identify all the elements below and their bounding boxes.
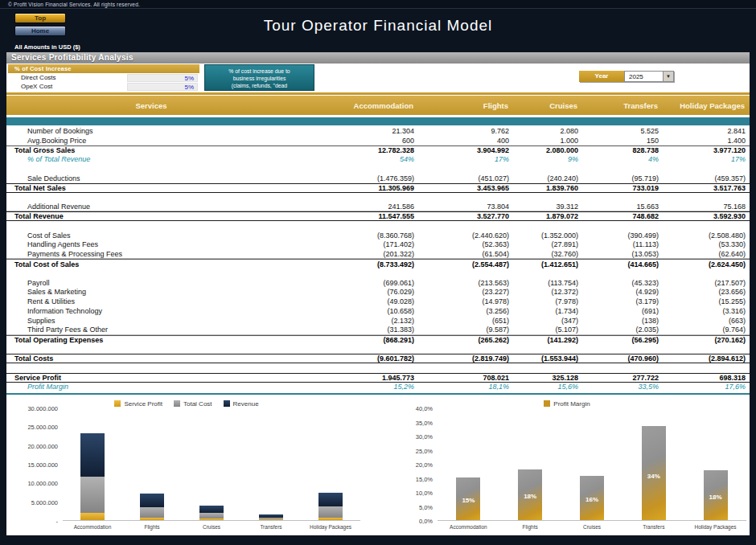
x-axis: AccommodationFlightsCruisesTransfersHoli… (438, 522, 746, 532)
legend-item: Service Profit (114, 400, 162, 408)
row-value: (868.291) (296, 336, 418, 344)
row-value: (451.027) (418, 174, 513, 182)
page-title: Tour Operator Financial Model (0, 17, 756, 35)
row-value: (3.316) (663, 307, 750, 315)
direct-costs-input[interactable]: 5% (127, 74, 198, 82)
row-value: 11.547.555 (296, 212, 418, 220)
row-value: 2.080 (513, 127, 582, 135)
row-value: 3.904.992 (418, 146, 513, 154)
row-label: Payroll (6, 279, 296, 287)
column-header-holiday-packages: Holiday Packages (663, 101, 750, 110)
y-axis-tick: 30,0% (416, 433, 433, 441)
row-value: 73.804 (418, 203, 513, 211)
row-value: (76.029) (296, 288, 418, 296)
legend-swatch (544, 400, 550, 407)
row-value: 5.525 (582, 127, 663, 135)
x-axis-label: Accommodation (438, 522, 499, 532)
chevron-down-icon[interactable]: ▼ (663, 72, 673, 81)
x-axis-label: Flights (122, 522, 182, 532)
table-row: Profit Margin15,2%18,1%15,6%33,5%17,6% (6, 383, 750, 392)
row-value: 12.782.328 (296, 146, 418, 154)
year-select[interactable]: 2025 ▼ (624, 71, 674, 82)
row-value: (390.499) (582, 232, 663, 240)
bar-segment (259, 519, 283, 520)
row-value: (31.383) (296, 326, 418, 334)
row-value: (1.553.944) (513, 354, 582, 363)
stacked-bar (140, 494, 164, 520)
teal-separator-band (6, 117, 750, 125)
row-label: Total Revenue (6, 212, 296, 220)
table-row (6, 164, 750, 174)
row-value: (699.061) (296, 279, 418, 287)
row-value: 1.000 (513, 137, 582, 145)
row-value: (15.255) (663, 297, 750, 305)
table-row: Payroll(699.061)(213.563)(113.754)(45.32… (6, 278, 750, 288)
bar-segment (80, 433, 105, 477)
cost-row-label: OpeX Cost (8, 83, 127, 90)
y-axis-tick: 5,0% (419, 504, 433, 511)
stacked-bar (199, 506, 224, 520)
row-label: Total Gross Sales (6, 146, 296, 154)
table-row (6, 344, 750, 354)
chart-plot-area: 40,0%35,0%30,0%25,0%20,0%15,0%10,0%5,0%0… (388, 408, 746, 522)
table-row: Total Gross Sales12.782.3283.904.9922.08… (6, 145, 750, 155)
bar-data-label: 18% (518, 493, 542, 500)
column-header-transfers: Transfers (582, 101, 663, 110)
plot: 15%18%16%34%18% (438, 408, 746, 521)
top-button[interactable]: Top (14, 13, 66, 23)
row-value: 1.945.773 (296, 374, 418, 382)
table-row: Third Party Fees & Other(31.383)(9.587)(… (6, 326, 750, 335)
y-axis-tick: 10,0% (416, 490, 433, 497)
bar-segment (318, 518, 343, 520)
cost-row-opex: OpeX Cost 5% (8, 82, 199, 91)
row-value: (9.601.782) (296, 354, 418, 363)
row-value: 17,6% (663, 383, 750, 391)
row-value: (3.256) (418, 307, 513, 315)
row-value: 39.312 (513, 203, 582, 211)
table-header-row: Services Accommodation Flights Cruises T… (6, 96, 750, 115)
legend-item: Total Cost (174, 400, 212, 408)
x-axis-label: Cruises (182, 522, 241, 532)
row-label: Profit Margin (6, 383, 296, 391)
row-value: 698.318 (663, 374, 750, 382)
row-value: 241.586 (296, 203, 418, 211)
legend-swatch (224, 400, 230, 407)
profit-cost-revenue-chart: Service ProfitTotal CostRevenue30.000.00… (13, 399, 360, 534)
row-value: 150 (582, 137, 663, 145)
row-value: 748.682 (582, 212, 663, 220)
home-button[interactable]: Home (14, 26, 66, 36)
legend-label: Service Profit (124, 400, 162, 408)
row-value: (45.323) (582, 279, 663, 287)
row-value: 400 (418, 137, 513, 145)
bar-segment (318, 493, 343, 506)
row-value: (691) (582, 307, 663, 315)
y-axis-tick: 30.000.000 (27, 405, 58, 412)
y-axis-tick: 15,0% (416, 476, 433, 483)
bar-segment (199, 518, 224, 520)
row-value: (141.292) (513, 336, 582, 344)
row-value: (23.227) (418, 288, 513, 296)
table-row: Service Profit1.945.773708.021325.128277… (6, 373, 750, 383)
row-value: (651) (418, 317, 513, 325)
divider (6, 92, 750, 95)
section-title: Services Profitability Analysis (6, 52, 750, 64)
table-row: Total Costs(9.601.782)(2.819.749)(1.553.… (6, 354, 750, 363)
bar-segment (318, 506, 343, 518)
y-axis: 40,0%35,0%30,0%25,0%20,0%15,0%10,0%5,0%0… (388, 408, 438, 521)
row-value: 1.839.760 (513, 184, 582, 192)
row-value: (2.035) (582, 326, 663, 334)
table-row: % of Total Revenue54%17%9%4%17% (6, 154, 750, 164)
table-row: Total Net Sales11.305.9693.453.9651.839.… (6, 183, 750, 193)
cost-row-direct: Direct Costs 5% (8, 73, 199, 82)
cost-increase-tooltip: % of cost increase due to business irreg… (204, 64, 314, 91)
opex-cost-input[interactable]: 5% (127, 83, 198, 91)
bar: 16% (580, 476, 604, 520)
row-label: Cost of Sales (6, 232, 296, 240)
bar: 18% (704, 470, 728, 520)
row-value: 3.517.763 (663, 184, 750, 192)
row-value: 54% (296, 155, 418, 163)
row-label: Handling Agents Fees (6, 240, 296, 248)
x-axis-label: Transfers (622, 522, 684, 532)
bar-segment (199, 506, 224, 513)
x-axis-label: Holiday Packages (684, 522, 746, 532)
